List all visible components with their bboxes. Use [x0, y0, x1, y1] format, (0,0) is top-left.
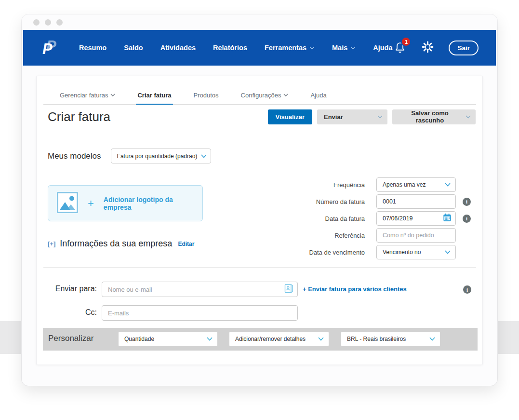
send-to-info: i	[463, 285, 471, 294]
cc-row: Cc:	[37, 305, 482, 321]
tab-produtos[interactable]: Produtos	[194, 86, 219, 104]
edit-company-link[interactable]: Editar	[178, 241, 194, 247]
nav-item-saldo[interactable]: Saldo	[124, 44, 143, 52]
nav-label: Relatórios	[213, 44, 247, 52]
image-placeholder-icon	[57, 192, 78, 215]
address-book-icon[interactable]	[284, 283, 293, 296]
nav-item-ferramentas[interactable]: Ferramentas	[265, 44, 315, 52]
details-select[interactable]: Adicionar/remover detalhes	[229, 332, 329, 346]
template-select-value: Fatura por quantidade (padrão)	[117, 153, 198, 160]
invoice-date-input[interactable]	[383, 215, 443, 222]
nav-item-mais[interactable]: Mais	[332, 44, 356, 52]
cc-label: Cc:	[37, 308, 97, 317]
due-date-select[interactable]: Vencimento no	[376, 245, 456, 259]
templates-row: Meus modelos Fatura por quantidade (padr…	[48, 149, 211, 163]
tab-label: Ajuda	[310, 92, 326, 99]
add-logo-dropzone[interactable]: + Adicionar logotipo da empresa	[48, 185, 203, 221]
nav-label: Ajuda	[373, 44, 392, 52]
invoice-number-row: Número da fatura i	[309, 194, 456, 209]
nav-item-atividades[interactable]: Atividades	[160, 44, 196, 52]
due-date-label: Data de vencimento	[309, 249, 365, 256]
settings-button[interactable]	[421, 41, 434, 55]
info-icon[interactable]: i	[463, 285, 471, 294]
tab-gerenciar-faturas[interactable]: Gerenciar faturas	[60, 86, 115, 104]
send-button[interactable]: Enviar	[317, 109, 387, 124]
chevron-down-icon	[429, 337, 435, 341]
calendar-icon[interactable]	[443, 213, 452, 224]
top-navbar: P P Resumo Saldo Atividades Relatórios F…	[23, 30, 496, 66]
logout-button[interactable]: Sair	[449, 41, 479, 55]
chevron-down-icon	[466, 115, 471, 119]
chevron-down-icon	[201, 154, 207, 158]
invoice-date-field[interactable]	[376, 211, 456, 226]
frequency-row: Frequência Apenas uma vez	[309, 177, 456, 192]
invoice-date-label: Data da fatura	[325, 215, 365, 222]
nav-label: Saldo	[124, 44, 143, 52]
nav-item-ajuda[interactable]: Ajuda	[373, 44, 392, 52]
tab-criar-fatura[interactable]: Criar fatura	[137, 86, 171, 104]
chevron-down-icon	[445, 250, 451, 254]
invoice-number-input[interactable]	[383, 198, 452, 205]
template-select[interactable]: Fatura por quantidade (padrão)	[111, 149, 211, 163]
window-dot[interactable]	[45, 19, 51, 26]
info-icon[interactable]: i	[463, 215, 471, 223]
paypal-logo[interactable]: P P	[40, 38, 62, 57]
due-date-row: Data de vencimento Vencimento no	[309, 245, 456, 259]
reference-input[interactable]	[383, 232, 452, 239]
window-controls[interactable]	[33, 19, 63, 26]
expand-plus-icon[interactable]: [+]	[48, 240, 55, 247]
company-info-row: [+] Informações da sua empresa Editar	[48, 239, 194, 249]
send-button-label: Enviar	[324, 113, 343, 121]
currency-select-value: BRL - Reais brasileiros	[347, 336, 406, 342]
chevron-down-icon	[283, 94, 288, 96]
multiple-clients-link[interactable]: + Enviar fatura para vários clientes	[303, 285, 407, 293]
save-draft-button[interactable]: Salvar como rascunho	[392, 109, 476, 124]
gear-icon	[421, 47, 434, 55]
bell-icon	[393, 48, 407, 56]
invoice-date-row: Data da fatura	[309, 211, 456, 226]
quantity-type-value: Quantidade	[124, 336, 154, 342]
browser-window: P P Resumo Saldo Atividades Relatórios F…	[22, 14, 497, 386]
reference-label: Referência	[334, 232, 365, 239]
title-row: Criar fatura Visualizar Enviar Salvar co…	[48, 108, 476, 125]
quantity-type-select[interactable]: Quantidade	[119, 332, 217, 346]
chevron-down-icon	[207, 337, 213, 341]
send-to-field[interactable]	[102, 282, 298, 297]
nav-item-resumo[interactable]: Resumo	[79, 44, 106, 52]
frequency-label: Frequência	[333, 181, 365, 189]
tab-ajuda[interactable]: Ajuda	[310, 86, 326, 104]
window-dot[interactable]	[33, 19, 40, 26]
templates-label: Meus modelos	[48, 151, 101, 161]
personalize-label: Personalizar	[48, 334, 94, 343]
send-to-row: Enviar para: + Enviar fatura para vários…	[37, 282, 482, 297]
frequency-select-value: Apenas uma vez	[383, 181, 426, 188]
nav-items: Resumo Saldo Atividades Relatórios Ferra…	[79, 44, 393, 52]
nav-label: Ferramentas	[265, 44, 306, 52]
tab-label: Produtos	[194, 92, 219, 99]
notifications-button[interactable]: 1	[393, 41, 407, 54]
notification-badge: 1	[401, 37, 411, 47]
tab-configuracoes[interactable]: Configurações	[241, 86, 289, 104]
frequency-select[interactable]: Apenas uma vez	[376, 177, 456, 192]
window-dot[interactable]	[56, 19, 63, 26]
chevron-down-icon	[318, 337, 324, 341]
info-icon[interactable]: i	[463, 198, 471, 206]
cc-input[interactable]	[108, 310, 293, 317]
personalize-bar: Personalizar Quantidade Adicionar/remove…	[43, 328, 478, 351]
chevron-down-icon	[377, 115, 383, 119]
reference-row: Referência	[309, 228, 456, 243]
paypal-logo-front-p: P	[42, 40, 53, 59]
chevron-down-icon	[309, 46, 315, 50]
nav-label: Atividades	[160, 44, 196, 52]
section-divider	[43, 267, 476, 268]
tab-label: Configurações	[241, 92, 281, 99]
currency-select[interactable]: BRL - Reais brasileiros	[341, 332, 440, 346]
send-to-input[interactable]	[108, 286, 284, 293]
invoice-number-label: Número da fatura	[316, 198, 365, 205]
due-date-select-value: Vencimento no	[383, 249, 421, 256]
plus-icon: +	[88, 197, 94, 210]
preview-button[interactable]: Visualizar	[268, 109, 312, 124]
cc-field[interactable]	[102, 305, 298, 321]
content-card: Gerenciar faturas Criar fatura Produtos …	[36, 76, 483, 365]
nav-item-relatorios[interactable]: Relatórios	[213, 44, 247, 52]
